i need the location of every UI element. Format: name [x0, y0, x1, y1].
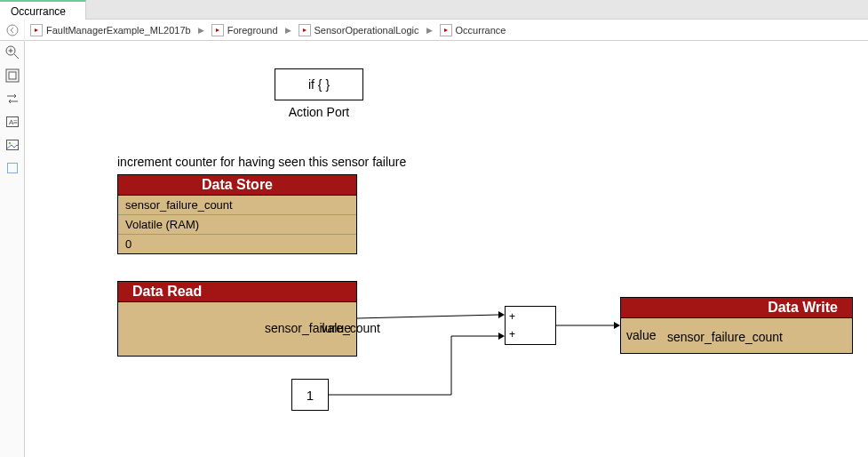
zoom-in-icon — [5, 45, 20, 60]
toggle-perspective-tool[interactable] — [0, 87, 25, 110]
simulink-subsystem-icon: ▸ — [299, 24, 311, 36]
data-write-signal: sensor_failure_count — [667, 330, 783, 344]
simulink-subsystem-icon: ▸ — [211, 24, 224, 36]
data-read-port: value — [322, 321, 351, 335]
data-write-port: value — [626, 328, 656, 342]
breadcrumb-item-1[interactable]: ▸ Foreground — [206, 24, 283, 36]
chevron-right-icon: ▶ — [196, 26, 206, 35]
svg-line-2 — [14, 54, 19, 59]
nav-back-button[interactable] — [0, 20, 25, 41]
action-port-block[interactable]: if { } — [275, 68, 363, 100]
swap-icon — [5, 92, 20, 106]
tab-occurrance[interactable]: Occurrance — [0, 0, 86, 20]
svg-marker-14 — [498, 333, 505, 340]
viewmark-tool[interactable] — [0, 156, 25, 180]
breadcrumb-item-3[interactable]: ▸ Occurrance — [434, 24, 512, 36]
fit-view-icon — [5, 68, 20, 83]
chevron-right-icon: ▶ — [283, 26, 293, 35]
viewmark-icon — [5, 161, 20, 175]
simulink-subsystem-icon: ▸ — [440, 24, 452, 36]
svg-rect-11 — [8, 164, 18, 173]
diagram-canvas[interactable]: if { } Action Port increment counter for… — [25, 41, 868, 457]
data-store-signal: sensor_failure_count — [118, 196, 356, 214]
zoom-in-tool[interactable] — [0, 41, 25, 64]
fit-view-tool[interactable] — [0, 64, 25, 87]
breadcrumb-item-0[interactable]: ▸ FaultManagerExample_ML2017b — [25, 24, 196, 36]
chevron-right-icon: ▶ — [425, 26, 434, 35]
svg-rect-6 — [9, 72, 16, 79]
svg-text:A≡: A≡ — [9, 118, 18, 126]
data-store-storage: Volatile (RAM) — [118, 214, 356, 234]
tab-label: Occurrance — [11, 5, 66, 18]
svg-point-0 — [7, 25, 18, 36]
action-port-label: Action Port — [275, 105, 363, 119]
arrow-left-icon — [6, 24, 19, 36]
breadcrumb-label: Occurrance — [456, 25, 506, 36]
breadcrumb-label: Foreground — [227, 25, 278, 36]
left-toolbar: A≡ — [0, 41, 25, 457]
breadcrumb-item-2[interactable]: ▸ SensorOperationalLogic — [293, 24, 425, 36]
data-store-block[interactable]: Data Store sensor_failure_count Volatile… — [117, 174, 357, 254]
tab-bar: Occurrance — [0, 0, 868, 20]
svg-marker-13 — [498, 311, 505, 318]
annotation-icon: A≡ — [5, 115, 20, 129]
constant-block[interactable]: 1 — [291, 379, 329, 411]
svg-line-12 — [357, 315, 498, 318]
image-icon — [5, 138, 20, 152]
breadcrumb-bar: ▸ FaultManagerExample_ML2017b ▶ ▸ Foregr… — [0, 20, 868, 41]
data-read-title: Data Read — [118, 282, 356, 302]
data-read-block[interactable]: Data Read sensor_failure_count value — [117, 281, 357, 357]
simulink-model-icon: ▸ — [30, 24, 43, 36]
data-write-block[interactable]: Data Write value sensor_failure_count — [620, 297, 853, 354]
data-store-title: Data Store — [118, 175, 356, 196]
sum-block[interactable]: + + — [505, 306, 556, 345]
diagram-comment: increment counter for having seen this s… — [117, 155, 406, 169]
svg-marker-16 — [614, 322, 620, 329]
breadcrumb-label: SensorOperationalLogic — [315, 25, 419, 36]
svg-point-10 — [9, 142, 11, 144]
annotation-tool[interactable]: A≡ — [0, 110, 25, 133]
breadcrumb-label: FaultManagerExample_ML2017b — [46, 25, 191, 36]
data-store-initial: 0 — [118, 234, 356, 253]
sum-input-2-label: + — [509, 328, 515, 341]
data-write-title: Data Write — [621, 298, 852, 318]
svg-rect-5 — [6, 69, 19, 82]
action-port-content: if { } — [308, 77, 330, 92]
sum-input-1-label: + — [509, 310, 515, 323]
image-tool[interactable] — [0, 133, 25, 156]
constant-value: 1 — [307, 388, 314, 403]
